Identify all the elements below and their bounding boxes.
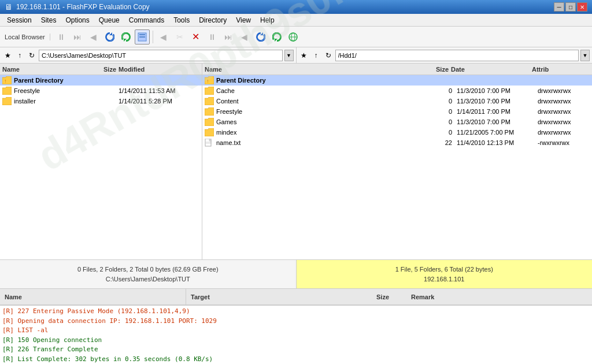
remote-path-input[interactable] — [335, 50, 579, 61]
menu-directory[interactable]: Directory — [194, 15, 231, 25]
remote-up-btn[interactable]: ↑ — [311, 50, 321, 61]
menu-sites[interactable]: Sites — [36, 15, 61, 25]
minimize-button[interactable]: ─ — [554, 2, 564, 12]
remote-toolbar-section: ◀ ✂ ✕ ⏸ ⏭ ◀ — [156, 29, 301, 44]
maximize-button[interactable]: □ — [565, 2, 576, 12]
folder-icon — [205, 87, 214, 95]
local-status-text: 0 Files, 2 Folders, 2 Total 0 bytes (62.… — [77, 265, 219, 274]
list-item[interactable]: Games 0 11/3/2010 7:00 PM drwxrwxrwx — [202, 117, 592, 127]
file-date-cell: 1/14/2011 11:53 AM — [119, 87, 199, 94]
file-area: Name Size Modified ↑ Parent Directory Fr… — [0, 64, 592, 260]
close-button[interactable]: ✕ — [577, 2, 587, 12]
remote-path-dropdown[interactable]: ▼ — [580, 50, 590, 61]
folder-icon — [205, 118, 214, 126]
remote-skip-btn[interactable]: ⏭ — [221, 29, 236, 44]
remote-prev-btn[interactable]: ◀ — [237, 29, 252, 44]
list-item[interactable]: name.txt 22 11/4/2010 12:13 PM -rwxrwxrw… — [202, 138, 592, 148]
remote-status-line1: 1 File, 5 Folders, 6 Total (22 bytes) — [395, 265, 493, 274]
menu-help[interactable]: Help — [256, 15, 279, 25]
list-item[interactable]: Freestyle 0 1/14/2011 7:00 PM drwxrwxrwx — [202, 106, 592, 117]
menubar: Session Sites Options Queue Commands Too… — [0, 14, 592, 27]
list-item[interactable]: mindex 0 11/21/2005 7:00 PM drwxrwxrwx — [202, 127, 592, 138]
file-attrib-cell: -rwxrwxrwx — [538, 139, 590, 146]
svg-marker-13 — [2, 97, 12, 105]
svg-marker-16 — [205, 87, 214, 95]
local-path-input[interactable] — [39, 50, 283, 61]
list-item[interactable]: Content 0 11/3/2010 7:00 PM drwxrwxrwx — [202, 96, 592, 106]
file-name-cell: name.txt — [216, 139, 422, 146]
local-parent-dir-name: Parent Directory — [14, 77, 84, 84]
addrbar-row: ★ ↑ ↻ ▼ ★ ↑ ↻ ▼ — [0, 47, 592, 64]
file-size-cell: 0 — [422, 98, 457, 105]
titlebar-left: 🖥 192.168.1.101 - FlashFXP Evaluation Co… — [5, 2, 150, 12]
local-parent-dir-row[interactable]: ↑ Parent Directory — [0, 75, 202, 86]
local-bookmark-btn[interactable]: ★ — [2, 50, 13, 61]
log-line: [R] Opening data connection IP: 192.168.… — [2, 317, 590, 326]
menu-options[interactable]: Options — [61, 15, 94, 25]
remote-refresh-btn[interactable] — [253, 29, 268, 44]
titlebar-title: 192.168.1.101 - FlashFXP Evaluation Copy — [16, 3, 150, 11]
remote-cut-btn[interactable]: ✂ — [172, 29, 187, 44]
queue-target-col: Target — [186, 289, 372, 304]
file-attrib-cell: drwxrwxrwx — [538, 129, 590, 136]
file-name-cell: Content — [216, 98, 422, 105]
local-path-dropdown[interactable]: ▼ — [284, 50, 294, 61]
menu-commands[interactable]: Commands — [124, 15, 169, 25]
file-name-cell: mindex — [216, 129, 422, 136]
file-date-cell: 11/4/2010 12:13 PM — [457, 139, 538, 146]
folder-icon — [2, 87, 12, 95]
remote-parent-dir-name: Parent Directory — [216, 77, 422, 84]
menu-session[interactable]: Session — [2, 15, 36, 25]
list-item[interactable]: Cache 0 11/3/2010 7:00 PM drwxrwxrwx — [202, 86, 592, 96]
remote-parent-dir-row[interactable]: ↑ Parent Directory — [202, 75, 592, 86]
file-name-cell: Cache — [216, 87, 422, 94]
file-attrib-cell: drwxrwxrwx — [538, 118, 590, 125]
log-line: [R] 150 Opening connection — [2, 336, 590, 346]
queue-remark-col: Remark — [406, 289, 592, 304]
remote-site-btn[interactable] — [286, 29, 301, 44]
folder-icon — [2, 97, 12, 105]
file-date-cell: 11/3/2010 7:00 PM — [457, 118, 538, 125]
local-path-display: C:\Users\James\Desktop\TUT — [106, 274, 190, 284]
remote-status-line2: 192.168.1.101 — [424, 274, 464, 284]
remote-stop-btn[interactable]: ✕ — [188, 29, 204, 44]
local-col-name: Name — [2, 66, 84, 73]
remote-file-pane: Name Size Date Attrib ↑ Parent Directory — [202, 64, 592, 259]
local-refresh-addr-btn[interactable]: ↻ — [27, 50, 37, 61]
queue-size-col: Size — [372, 289, 406, 304]
file-date-cell: 1/14/2011 7:00 PM — [457, 108, 538, 115]
remote-back-btn[interactable]: ◀ — [156, 29, 171, 44]
remote-refresh2-btn[interactable] — [269, 29, 284, 44]
remote-bookmark-btn[interactable]: ★ — [299, 50, 309, 61]
remote-col-attrib: Attrib — [532, 66, 584, 73]
file-icon — [205, 139, 214, 147]
local-pause-btn[interactable]: ⏸ — [54, 29, 69, 44]
local-back-btn[interactable]: ◀ — [86, 29, 101, 44]
file-size-cell: 0 — [422, 129, 457, 136]
remote-pause-btn[interactable]: ⏸ — [205, 29, 220, 44]
list-item[interactable]: Freestyle 1/14/2011 11:53 AM — [0, 86, 202, 96]
menu-tools[interactable]: Tools — [169, 15, 194, 25]
list-item[interactable]: installer 1/14/2011 5:28 PM — [0, 96, 202, 106]
local-up-btn[interactable]: ↑ — [14, 50, 25, 61]
file-name-cell: installer — [14, 98, 84, 105]
local-status-pane: 0 Files, 2 Folders, 2 Total 0 bytes (62.… — [0, 260, 297, 288]
remote-file-list: ↑ Parent Directory Cache 0 11/3/2010 7:0… — [202, 75, 592, 259]
remote-refresh-addr-btn[interactable]: ↻ — [323, 50, 334, 61]
local-view-btn[interactable] — [135, 29, 150, 44]
folder-icon — [205, 128, 214, 136]
local-refresh2-btn[interactable] — [119, 29, 134, 44]
toolbar-separator-1 — [153, 31, 153, 43]
file-name-cell: Games — [216, 118, 422, 125]
local-refresh-btn[interactable] — [102, 29, 117, 44]
local-skip-btn[interactable]: ⏭ — [70, 29, 85, 44]
menu-queue[interactable]: Queue — [94, 15, 124, 25]
titlebar-controls: ─ □ ✕ — [554, 2, 587, 12]
svg-rect-3 — [139, 34, 145, 35]
parent-dir-icon: ↑ — [205, 76, 214, 84]
log-content: [R] 227 Entering Passive Mode (192.168.1… — [0, 305, 592, 364]
file-size-cell: 22 — [422, 139, 457, 146]
menu-view[interactable]: View — [231, 15, 256, 25]
file-size-cell: 0 — [422, 108, 457, 115]
local-browser-label: Local Browser — [2, 34, 50, 40]
